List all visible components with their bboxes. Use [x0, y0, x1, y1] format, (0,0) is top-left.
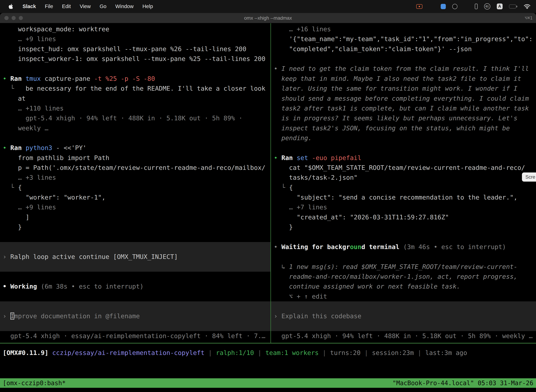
terminal-line: ] — [0, 212, 270, 222]
menu-item-help[interactable]: Help — [138, 0, 157, 13]
status-segment: | — [360, 349, 372, 356]
status-segment: | — [319, 349, 330, 356]
screen-recording-indicator-icon[interactable] — [416, 4, 422, 9]
zoom-button[interactable] — [19, 16, 23, 20]
text-run: gpt-5.4 xhigh · essay/ai-reimplementatio… — [3, 332, 266, 340]
text-run: Ran — [10, 144, 26, 151]
omx-status-section: [OMX#0.11.9] cczip/essay/ai-reimplementa… — [0, 344, 536, 378]
screen-share-toast-text: Scre — [526, 174, 535, 180]
text-run: "subject": "send a concise recommendatio… — [274, 194, 517, 201]
prompt-input-right[interactable]: › Explain this codebase — [271, 311, 536, 321]
text-run: { — [18, 184, 22, 191]
text-run: └ — [274, 184, 289, 191]
tmux-session-label: [omx-cczip0:bash* — [3, 378, 66, 388]
dots-grid-icon[interactable] — [464, 4, 468, 9]
battery-icon[interactable] — [509, 5, 517, 8]
window-shortcut-hint: ⌥⌘1 — [525, 15, 533, 21]
terminal-line: "completed","claim_token":"claim-token"}… — [271, 44, 536, 54]
slim-app-icon[interactable] — [475, 4, 478, 9]
terminal-blank-line — [271, 143, 536, 153]
text-run: at — [3, 95, 26, 102]
status-segment: ralph:1/10 — [216, 349, 254, 356]
terminal-blank-line — [0, 301, 270, 311]
text-run: be necessary for the end of the README. … — [18, 85, 265, 92]
text-run: › — [3, 313, 10, 320]
text-run: from pathlib import Path — [3, 154, 109, 161]
text-run: › — [3, 253, 10, 260]
dark-app-icon[interactable] — [452, 4, 457, 9]
macos-screen: SlackFileEditViewGoWindowHelp 61 A — [0, 0, 536, 392]
menu-item-slack[interactable]: Slack — [18, 0, 40, 13]
input-source-label: A — [498, 4, 501, 9]
menu-item-view[interactable]: View — [75, 0, 95, 13]
text-run: capture-pane — [41, 75, 94, 82]
menu-item-edit[interactable]: Edit — [57, 0, 75, 13]
terminal-line: p = Path('.omx/state/team/review-current… — [0, 163, 270, 173]
window-title-bar: omx --xhigh --madmax ⌥⌘1 — [0, 13, 536, 23]
text-run: (6m 38s • esc to interrupt) — [37, 283, 144, 290]
menu-item-window[interactable]: Window — [111, 0, 138, 13]
prompt-input-left[interactable]: › Improve documentation in @filename — [0, 311, 270, 321]
right-pane[interactable]: … +16 lines '{"team_name":"my-team","tas… — [271, 23, 536, 343]
text-run: ] — [3, 214, 29, 221]
text-run: Ralph loop active continue [OMX_TMUX_INJ… — [10, 253, 178, 260]
menu-item-go[interactable]: Go — [95, 0, 111, 13]
terminal-blank-line — [0, 262, 270, 272]
text-run: … +9 lines — [3, 204, 56, 211]
badge-61-label: 61 — [486, 5, 489, 8]
terminal-line: … +3 lines — [0, 173, 270, 182]
terminal-line: … +16 lines — [271, 24, 536, 34]
grid-icon[interactable] — [429, 5, 434, 9]
text-run: … +7 lines — [274, 204, 327, 211]
text-run: inspect_worker-1: omx sparkshell --tmux-… — [3, 55, 266, 62]
terminal-line: "created_at": "2026-03-31T11:59:27.816Z" — [271, 212, 536, 222]
badge-61-icon[interactable]: 61 — [484, 3, 490, 9]
window-title: omx --xhigh --madmax — [0, 15, 536, 21]
text-run: continue assigned work or next feasible … — [274, 283, 460, 290]
text-run: pending. — [274, 134, 312, 142]
text-run: } — [3, 223, 22, 231]
tmux-host-clock: "MacBook-Pro-44.local" 05:03 31-Mar-26 — [392, 378, 533, 388]
status-segment: | — [254, 349, 265, 356]
apple-menu[interactable] — [3, 0, 18, 13]
status-segment: turns:20 — [330, 349, 360, 356]
minimize-button[interactable] — [12, 16, 16, 20]
left-pane[interactable]: workspace_mode: worktree … +9 lines insp… — [0, 23, 270, 343]
status-segment: cczip/essay/ai-reimplementation-copyleft — [52, 349, 205, 356]
terminal-window: workspace_mode: worktree … +9 lines insp… — [0, 23, 536, 392]
text-run: -t %25 -p -S -80 — [94, 75, 155, 82]
ralph-loop-row[interactable]: › Ralph loop active continue [OMX_TMUX_I… — [0, 252, 270, 262]
close-button[interactable] — [5, 16, 9, 20]
terminal-line: • Ran set -euo pipefail — [271, 153, 536, 163]
wifi-glyph — [524, 4, 531, 9]
terminal-blank-line — [0, 133, 270, 143]
text-run: oun — [350, 243, 361, 250]
wifi-icon[interactable] — [524, 4, 531, 9]
text-run: d terminal — [361, 243, 399, 250]
blue-app-icon[interactable] — [441, 4, 446, 9]
text-run: set — [297, 154, 308, 161]
status-segment: [OMX#0.11.9] — [3, 349, 48, 356]
text-run: is in progress? It seems likely but perh… — [274, 115, 517, 122]
terminal-blank-line — [0, 232, 270, 242]
terminal-line: pending. — [271, 133, 536, 143]
menu-item-file[interactable]: File — [40, 0, 58, 13]
input-source-icon[interactable]: A — [497, 4, 502, 9]
tmux-status-bar: [omx-cczip0:bash* "MacBook-Pro-44.local"… — [0, 378, 536, 388]
text-run: } — [274, 223, 293, 231]
text-run: gpt-5.4 xhigh · 94% left · 488K in · 5.1… — [3, 115, 243, 122]
text-run: - <<'PY' — [52, 144, 86, 151]
text-run: • — [3, 75, 10, 82]
terminal-blank-line — [271, 252, 536, 262]
text-run: ⌥ + ↑ edit — [274, 293, 327, 300]
text-run: • Working — [3, 283, 37, 290]
terminal-line: cat "$OMX_TEAM_STATE_ROOT/team/review-cu… — [271, 163, 536, 173]
terminal-line: weekly … — [0, 123, 270, 133]
screen-share-toast[interactable]: Scre — [522, 173, 536, 182]
text-run: task2 after task1 is complete, but can I… — [274, 105, 529, 112]
terminal-line: "subject": "send a concise recommendatio… — [271, 192, 536, 202]
text-run: mprove documentation in @filename — [14, 313, 140, 320]
terminal-line: gpt-5.4 xhigh · essay/ai-reimplementatio… — [0, 331, 270, 341]
terminal-line: tasks/task-2.json" — [271, 173, 536, 182]
text-run: keep that in mind. Maybe I also need the… — [274, 75, 521, 82]
